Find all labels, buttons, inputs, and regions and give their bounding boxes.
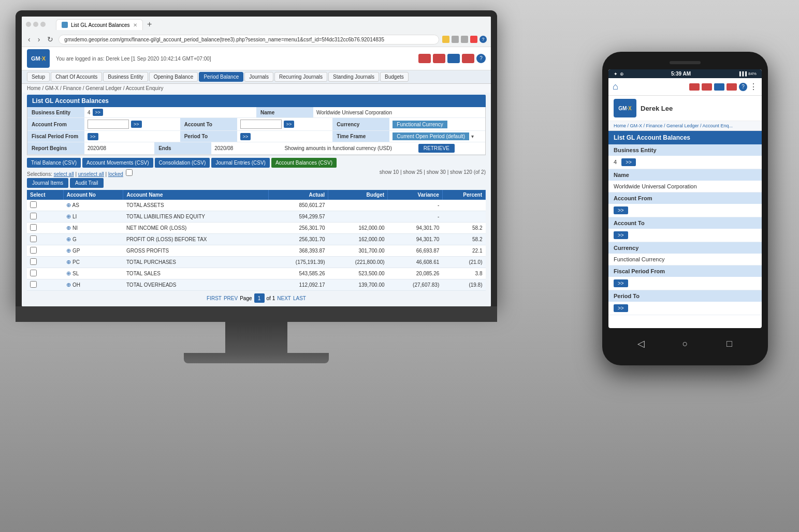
phone-back-btn[interactable]: ◁ [632, 334, 650, 353]
phone-recent-btn[interactable]: □ [720, 334, 738, 353]
extension-icon[interactable] [470, 36, 477, 43]
phone-period-to-btn[interactable]: >> [614, 304, 628, 312]
header-icon-3[interactable] [447, 54, 460, 63]
row-checkbox[interactable] [30, 270, 37, 276]
row-select[interactable] [27, 268, 63, 279]
phone-home-btn[interactable]: ○ [676, 334, 694, 353]
nav-opening[interactable]: Opening Balance [149, 72, 198, 82]
nav-business[interactable]: Business Entity [103, 72, 148, 82]
refresh-button[interactable]: ↻ [45, 34, 55, 45]
trial-balance-csv-btn[interactable]: Trial Balance (CSV) [27, 158, 81, 168]
maximize-btn[interactable] [33, 22, 38, 27]
time-frame-display[interactable]: Current Open Period (default) [393, 132, 469, 140]
locked-checkbox[interactable] [126, 169, 133, 176]
locked-link[interactable]: locked [108, 171, 123, 177]
expand-row-icon[interactable]: ⊕ [66, 213, 71, 219]
url-bar[interactable]: gmxdemo.geoprise.com/gmx/finance-gl/gl_a… [59, 35, 439, 45]
last-page-btn[interactable]: LAST [293, 295, 306, 301]
expand-row-icon[interactable]: ⊕ [66, 225, 71, 231]
journal-entries-csv-btn[interactable]: Journal Entries (CSV) [211, 158, 270, 168]
account-from-input[interactable] [88, 120, 129, 129]
unselect-all-link[interactable]: unselect all [78, 171, 104, 177]
help-icon[interactable]: ? [480, 36, 487, 43]
header-icon-1[interactable] [418, 54, 431, 63]
row-select[interactable] [27, 200, 63, 211]
table-row[interactable]: ⊕ OH TOTAL OVERHEADS 112,092.17 139,700.… [27, 279, 486, 291]
select-all-link[interactable]: select all [54, 171, 74, 177]
fiscal-period-from-btn[interactable]: >> [88, 133, 98, 140]
nav-standing[interactable]: Standing Journals [328, 72, 379, 82]
expand-row-icon[interactable]: ⊕ [66, 236, 71, 242]
account-from-lookup-btn[interactable]: >> [131, 121, 142, 128]
table-row[interactable]: ⊕ LI TOTAL LIABILITIES AND EQUITY 594,29… [27, 211, 486, 223]
nav-chart[interactable]: Chart Of Accounts [51, 72, 102, 82]
phone-header-icon-3[interactable] [714, 83, 724, 91]
table-row[interactable]: ⊕ SL TOTAL SALES 543,585.26 523,500.00 2… [27, 268, 486, 279]
journal-items-btn[interactable]: Journal Items [27, 178, 68, 188]
bookmark-icon[interactable] [442, 36, 449, 43]
retrieve-button[interactable]: RETRIEVE [418, 144, 455, 153]
row-select[interactable] [27, 211, 63, 223]
row-checkbox[interactable] [30, 235, 37, 242]
forward-button[interactable]: › [36, 34, 42, 45]
row-select[interactable] [27, 245, 63, 257]
prev-page-btn[interactable]: PREV [224, 295, 238, 301]
show-options[interactable]: show 10 | show 25 | show 30 | show 120 (… [380, 169, 486, 175]
table-row[interactable]: ⊕ PC TOTAL PURCHASES (175,191.39) (221,8… [27, 257, 486, 268]
table-row[interactable]: ⊕ AS TOTAL ASSETS 850,601.27 - [27, 200, 486, 211]
phone-home-icon[interactable]: ⌂ [613, 81, 618, 92]
expand-row-icon[interactable]: ⊕ [66, 282, 71, 288]
phone-header-icon-1[interactable] [689, 83, 700, 91]
minimize-btn[interactable] [26, 22, 31, 27]
phone-be-lookup-btn[interactable]: >> [621, 158, 636, 166]
table-row[interactable]: ⊕ G PROFIT OR (LOSS) BEFORE TAX 256,301.… [27, 234, 486, 245]
expand-row-icon[interactable]: ⊕ [66, 270, 71, 276]
expand-row-icon[interactable]: ⊕ [66, 259, 71, 265]
header-icon-2[interactable] [433, 54, 445, 63]
phone-header-icon-4[interactable] [727, 83, 737, 91]
audit-trail-btn[interactable]: Audit Trail [70, 178, 103, 188]
phone-account-to-btn[interactable]: >> [614, 231, 628, 239]
back-button[interactable]: ‹ [26, 34, 33, 45]
account-to-lookup-btn[interactable]: >> [284, 121, 295, 128]
nav-budgets[interactable]: Budgets [380, 72, 409, 82]
nav-setup[interactable]: Setup [27, 72, 50, 82]
expand-row-icon[interactable]: ⊕ [66, 247, 71, 254]
header-help-icon[interactable]: ? [476, 54, 486, 63]
row-checkbox[interactable] [30, 281, 37, 288]
row-checkbox[interactable] [30, 213, 37, 219]
new-tab-button[interactable]: + [144, 19, 155, 30]
next-page-btn[interactable]: NEXT [277, 295, 291, 301]
phone-help-icon[interactable]: ? [739, 83, 747, 91]
header-icon-4[interactable] [462, 54, 474, 63]
tab-close-btn[interactable]: ✕ [133, 22, 137, 28]
close-window-btn[interactable] [40, 22, 46, 27]
settings-icon[interactable] [452, 36, 459, 43]
row-select[interactable] [27, 234, 63, 245]
phone-menu-dots[interactable]: ⋮ [749, 82, 758, 92]
nav-period[interactable]: Period Balance [199, 72, 243, 82]
account-movements-csv-btn[interactable]: Account Movements (CSV) [82, 158, 153, 168]
consolidation-csv-btn[interactable]: Consolidation (CSV) [155, 158, 210, 168]
row-select[interactable] [27, 223, 63, 234]
period-to-btn[interactable]: >> [240, 133, 251, 140]
nav-recurring[interactable]: Recurring Journals [274, 72, 327, 82]
table-row[interactable]: ⊕ GP GROSS PROFITS 368,393.87 301,700.00… [27, 245, 486, 257]
row-select[interactable] [27, 257, 63, 268]
nav-journals[interactable]: Journals [244, 72, 273, 82]
first-page-btn[interactable]: FIRST [207, 295, 222, 301]
row-checkbox[interactable] [30, 258, 37, 265]
row-select[interactable] [27, 279, 63, 291]
phone-fiscal-period-from-btn[interactable]: >> [614, 279, 628, 287]
row-checkbox[interactable] [30, 247, 37, 254]
business-entity-lookup-btn[interactable]: >> [93, 109, 104, 116]
row-checkbox[interactable] [30, 201, 37, 208]
account-balances-csv-btn[interactable]: Account Balances (CSV) [271, 158, 337, 168]
account-icon[interactable] [461, 36, 468, 43]
currency-display[interactable]: Functional Currency [393, 121, 447, 128]
table-row[interactable]: ⊕ NI NET INCOME OR (LOSS) 256,301.70 162… [27, 223, 486, 234]
phone-header-icon-2[interactable] [702, 83, 712, 91]
expand-row-icon[interactable]: ⊕ [66, 202, 71, 208]
row-checkbox[interactable] [30, 224, 37, 231]
phone-account-from-btn[interactable]: >> [614, 206, 628, 214]
